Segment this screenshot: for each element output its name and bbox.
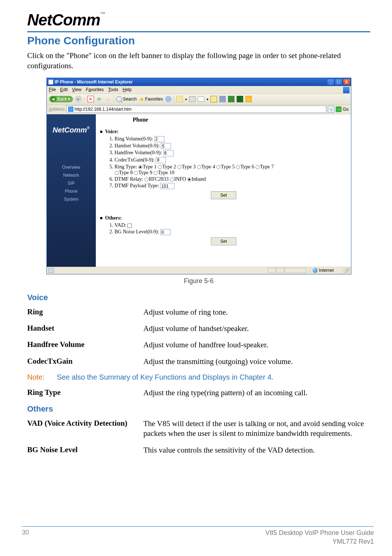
desc-bg-noise: This value controls the sensitivity of t… <box>143 445 370 455</box>
star-icon: ★ <box>139 96 144 103</box>
def-codectx: CodecTxGain Adjust the transmitting (out… <box>27 357 370 367</box>
ring-type-1-radio[interactable] <box>138 165 142 169</box>
ring-type-10-radio[interactable] <box>154 171 158 175</box>
mail-icon[interactable] <box>198 97 204 102</box>
field-codectx: CodecTxGain(0-9): <box>115 157 347 163</box>
dropdown-caret-icon: ▾ <box>207 97 208 101</box>
handfree-volume-input[interactable] <box>163 150 173 156</box>
window-title: IP Phone - Microsoft Internet Explorer <box>55 79 133 85</box>
media-icon[interactable] <box>165 96 172 102</box>
menu-view[interactable]: View <box>72 87 82 92</box>
forward-button[interactable]: ► <box>75 96 82 102</box>
minimize-button[interactable]: _ <box>327 79 334 85</box>
bullet-icon <box>100 131 102 133</box>
ring-type-4-radio[interactable] <box>197 165 201 169</box>
home-icon[interactable]: ⌂ <box>105 96 111 102</box>
status-page-icon <box>48 268 54 273</box>
status-cell-icon <box>285 268 306 273</box>
term-handfree: Handfree Volume <box>27 340 143 350</box>
logo-text: NetComm <box>27 11 100 29</box>
toolbar-sep-icon: · <box>84 97 85 102</box>
term-handset: Handset <box>27 324 143 334</box>
dtmf-info-radio[interactable] <box>170 177 174 181</box>
ie-icon <box>48 79 53 85</box>
field-handfree-volume: Handfree Volume(0-9): <box>115 150 347 156</box>
handset-volume-input[interactable] <box>161 143 171 149</box>
nav-phone[interactable]: Phone <box>65 189 78 194</box>
nav-sip[interactable]: SIP <box>68 181 74 186</box>
page-number: 30 <box>22 529 29 546</box>
go-button[interactable]: →Go <box>336 106 348 112</box>
refresh-icon[interactable]: ⟳ <box>96 96 103 102</box>
close-button[interactable]: X <box>343 79 350 85</box>
voice-set-button[interactable]: Set <box>211 191 236 199</box>
stop-icon[interactable]: ✕ <box>87 96 94 102</box>
def-bg-noise: BG Noise Level This value controls the s… <box>27 445 370 455</box>
section-title: Phone Configuration <box>27 34 370 47</box>
bg-noise-input[interactable] <box>160 229 171 235</box>
ring-type-5-radio[interactable] <box>216 165 220 169</box>
others-set-button[interactable]: Set <box>211 237 236 245</box>
term-codectx: CodecTxGain <box>27 357 143 367</box>
desc-vad: The V85 will detect if the user is talki… <box>143 419 370 439</box>
discuss-icon[interactable] <box>219 96 226 102</box>
research-icon[interactable] <box>228 96 234 102</box>
status-cell-icon <box>268 268 276 273</box>
term-bg-noise: BG Noise Level <box>27 445 143 455</box>
toolbar-divider-icon <box>114 95 114 103</box>
favorites-button[interactable]: ★Favorites <box>139 96 163 103</box>
menu-help[interactable]: Help <box>123 87 132 92</box>
ring-type-2-radio[interactable] <box>158 165 162 169</box>
field-ring-volume: Ring Volume(0-9): <box>115 136 347 142</box>
menu-edit[interactable]: Edit <box>60 87 68 92</box>
menu-file[interactable]: File <box>49 87 56 92</box>
term-ring: Ring <box>27 307 143 317</box>
dtmf-rfc2833-radio[interactable] <box>144 177 148 181</box>
def-vad: VAD (Voice Activity Detection) The V85 w… <box>27 419 370 439</box>
back-button[interactable]: ◄Back ▾ <box>49 96 73 102</box>
def-ring: Ring Adjust volume of ring tone. <box>27 307 370 317</box>
bullet-icon <box>100 217 102 219</box>
address-field[interactable]: http://192.168.1.144/start.htm <box>66 106 327 113</box>
nav-system[interactable]: System <box>64 197 78 202</box>
nav-overview[interactable]: Overview <box>62 165 80 170</box>
def-handset: Handset Adjust volume of handset/speaker… <box>27 324 370 334</box>
messenger-icon[interactable] <box>245 96 252 102</box>
note-text: See also the Summary of Key Functions an… <box>57 373 273 381</box>
dtmf-inband-radio[interactable] <box>187 177 191 181</box>
address-bar: Address http://192.168.1.144/start.htm v… <box>47 105 351 114</box>
maximize-button[interactable]: □ <box>335 79 342 85</box>
intro-text: Click on the "Phone" icon on the left ba… <box>27 50 370 71</box>
footer-guide: V85 Desktop VoIP Phone User Guide <box>265 529 374 536</box>
nav-network[interactable]: Network <box>63 173 79 178</box>
internet-zone-icon <box>313 268 318 273</box>
ring-type-7-radio[interactable] <box>256 165 260 169</box>
ring-type-9-radio[interactable] <box>134 171 138 175</box>
ring-volume-input[interactable] <box>154 136 164 142</box>
excel-icon[interactable] <box>237 96 243 102</box>
field-vad: VAD: <box>115 222 347 228</box>
search-button[interactable]: Search <box>116 96 137 102</box>
codectx-input[interactable] <box>156 157 166 163</box>
term-vad: VAD (Voice Activity Detection) <box>27 419 143 439</box>
menu-favorites[interactable]: Favorites <box>86 87 103 92</box>
page-header: Phone <box>133 116 347 123</box>
toolbar: ◄Back ▾ ► · ✕ ⟳ ⌂ Search ★Favorites ▾ ▾ <box>47 94 351 105</box>
status-cell-icon <box>276 268 284 273</box>
dtmf-payload-input[interactable] <box>160 183 175 189</box>
ring-type-6-radio[interactable] <box>236 165 240 169</box>
address-dropdown-button[interactable]: v <box>328 106 334 113</box>
resize-grip-icon[interactable] <box>344 268 350 273</box>
ring-type-8-radio[interactable] <box>115 171 119 175</box>
vad-checkbox[interactable] <box>127 224 132 228</box>
ring-type-3-radio[interactable] <box>177 165 181 169</box>
brand-logo: NetComm™ <box>27 11 370 29</box>
main-pane: Phone Voice: Ring Volume(0-9): Handset V… <box>96 114 351 267</box>
menu-tools[interactable]: Tools <box>108 87 118 92</box>
edit-page-icon[interactable] <box>211 96 217 102</box>
folder-icon[interactable] <box>176 96 183 102</box>
field-dtmf-payload: DTMF Payload Type: <box>115 183 347 189</box>
print-icon[interactable] <box>189 96 196 102</box>
def-ring-type: Ring Type Adjust the ring type(ring patt… <box>27 388 370 398</box>
divider-top <box>27 31 370 32</box>
